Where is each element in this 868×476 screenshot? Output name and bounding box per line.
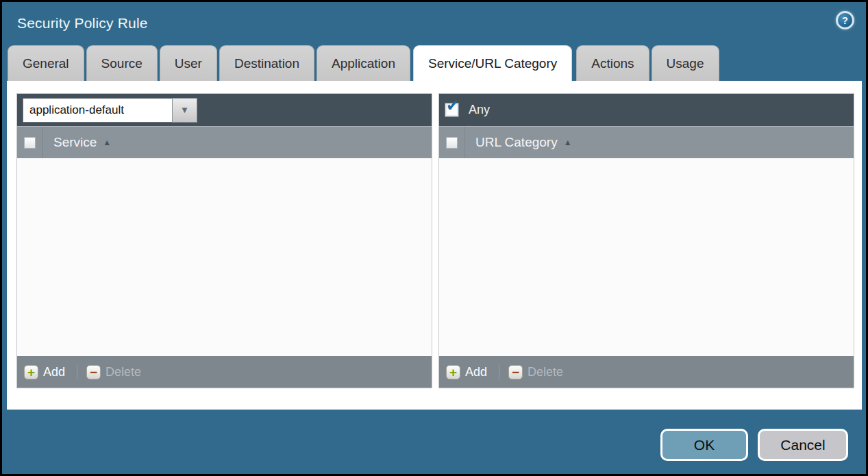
url-category-panel-header: ✔ Any: [439, 94, 854, 126]
dialog-title: Security Policy Rule: [17, 15, 148, 32]
url-category-add-label: Add: [465, 365, 487, 379]
security-policy-rule-dialog: Security Policy Rule ? General Source Us…: [0, 0, 868, 476]
cancel-button[interactable]: Cancel: [758, 429, 848, 461]
service-select-all-checkbox[interactable]: [24, 137, 36, 149]
url-category-add-button[interactable]: + Add: [446, 365, 487, 379]
delete-minus-icon: −: [508, 365, 523, 379]
tab-general[interactable]: General: [8, 45, 84, 81]
service-add-button[interactable]: + Add: [24, 365, 65, 379]
service-delete-button[interactable]: − Delete: [86, 365, 141, 379]
service-header-checkbox-cell: [17, 127, 43, 158]
ok-button[interactable]: OK: [660, 429, 748, 461]
tab-bar: General Source User Destination Applicat…: [2, 45, 866, 81]
service-column-header-row: Service ▲: [17, 126, 432, 158]
service-add-label: Add: [43, 365, 65, 379]
tab-application[interactable]: Application: [317, 45, 410, 81]
url-category-header-checkbox-cell: [439, 127, 465, 158]
service-type-dropdown-value[interactable]: application-default: [23, 98, 172, 123]
url-category-column-header-label[interactable]: URL Category: [475, 135, 558, 150]
service-list-body[interactable]: [17, 158, 432, 356]
any-checkbox-label[interactable]: Any: [469, 103, 490, 117]
url-category-panel-footer: + Add − Delete: [439, 356, 854, 388]
any-checkbox[interactable]: ✔: [445, 103, 459, 117]
service-type-dropdown[interactable]: application-default ▼: [23, 98, 197, 123]
tab-usage[interactable]: Usage: [652, 45, 719, 81]
tab-content-service-url-category: application-default ▼ Service ▲ +: [7, 81, 862, 410]
dialog-titlebar: Security Policy Rule ?: [2, 2, 866, 45]
sort-ascending-icon[interactable]: ▲: [564, 138, 572, 147]
url-category-select-all-checkbox[interactable]: [446, 137, 458, 149]
service-panel-header: application-default ▼: [17, 94, 432, 126]
tab-source[interactable]: Source: [86, 45, 158, 81]
service-type-dropdown-button[interactable]: ▼: [172, 98, 197, 123]
service-panel: application-default ▼ Service ▲ +: [16, 93, 432, 388]
url-category-panel: ✔ Any URL Category ▲ + Add: [438, 93, 854, 388]
checkmark-icon: ✔: [446, 98, 459, 114]
footer-separator: [77, 364, 77, 379]
tab-destination[interactable]: Destination: [219, 45, 314, 81]
service-panel-footer: + Add − Delete: [17, 356, 432, 388]
sort-ascending-icon[interactable]: ▲: [103, 138, 111, 147]
tab-service-url-category[interactable]: Service/URL Category: [413, 45, 572, 82]
dialog-footer: OK Cancel: [660, 429, 848, 461]
chevron-down-icon: ▼: [180, 105, 189, 115]
help-icon-glyph: ?: [842, 15, 848, 26]
add-plus-icon: +: [446, 365, 460, 379]
url-category-delete-label: Delete: [528, 365, 563, 379]
service-delete-label: Delete: [106, 365, 141, 379]
add-plus-icon: +: [24, 365, 38, 379]
url-category-list-body[interactable]: [439, 158, 854, 356]
tab-actions[interactable]: Actions: [576, 45, 649, 81]
url-category-delete-button[interactable]: − Delete: [508, 365, 563, 379]
url-category-column-header-row: URL Category ▲: [439, 126, 854, 158]
tab-user[interactable]: User: [160, 45, 217, 81]
footer-separator: [499, 364, 499, 379]
help-icon[interactable]: ?: [836, 11, 854, 29]
delete-minus-icon: −: [86, 365, 101, 379]
service-column-header-label[interactable]: Service: [53, 135, 97, 150]
